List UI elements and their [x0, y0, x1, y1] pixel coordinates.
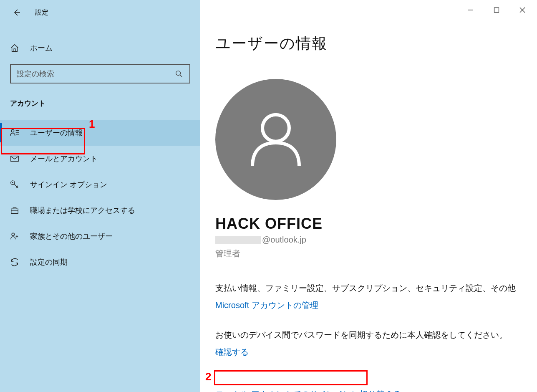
- user-role: 管理者: [215, 248, 537, 259]
- user-detail-icon: [10, 128, 20, 137]
- user-name: HACK OFFICE: [215, 215, 537, 233]
- back-arrow-icon: [13, 8, 21, 17]
- window-title: 設定: [35, 8, 48, 17]
- svg-point-6: [12, 233, 14, 235]
- svg-rect-5: [11, 209, 18, 213]
- home-icon: [10, 43, 20, 53]
- sync-icon: [10, 258, 20, 267]
- sidebar-item-sync[interactable]: 設定の同期: [0, 249, 200, 275]
- minimize-button[interactable]: [458, 2, 484, 18]
- email-redacted: [215, 236, 261, 244]
- svg-rect-7: [494, 8, 499, 13]
- back-button[interactable]: [8, 4, 25, 21]
- svg-point-1: [11, 129, 14, 132]
- email-suffix: @outlook.jp: [262, 235, 306, 245]
- sidebar-item-label: サインイン オプション: [30, 180, 107, 190]
- user-email: @outlook.jp: [215, 235, 537, 245]
- sidebar-item-user-info[interactable]: ユーザーの情報: [0, 120, 200, 146]
- close-icon: [519, 7, 525, 13]
- sidebar-item-email-accounts[interactable]: メールとアカウント: [0, 146, 200, 172]
- sidebar: 設定 ホーム アカウント ユーザーの情報 メールとアカウント: [0, 0, 200, 392]
- briefcase-icon: [10, 206, 20, 215]
- minimize-icon: [468, 7, 474, 13]
- page-title: ユーザーの情報: [215, 33, 537, 54]
- annotation-label-2: 2: [205, 370, 211, 383]
- sidebar-item-label: メールとアカウント: [30, 154, 98, 164]
- verify-info-text: お使いのデバイス間でパスワードを同期するために本人確認をしてください。: [215, 329, 537, 341]
- svg-rect-2: [11, 156, 18, 162]
- annotation-label-1: 1: [89, 118, 95, 131]
- home-label: ホーム: [30, 43, 53, 53]
- sidebar-item-label: ユーザーの情報: [30, 128, 83, 138]
- family-icon: [10, 232, 20, 241]
- avatar-person-icon: [242, 106, 309, 173]
- home-nav[interactable]: ホーム: [0, 38, 200, 58]
- svg-point-0: [176, 71, 181, 76]
- maximize-button[interactable]: [484, 2, 509, 18]
- avatar: [215, 79, 336, 200]
- sidebar-item-label: 職場または学校にアクセスする: [30, 205, 135, 215]
- section-header: アカウント: [0, 99, 200, 108]
- search-icon: [175, 70, 184, 78]
- titlebar: 設定: [0, 4, 200, 21]
- manage-account-link[interactable]: Microsoft アカウントの管理: [215, 300, 318, 311]
- mail-icon: [10, 154, 20, 163]
- content-area: ユーザーの情報 HACK OFFICE @outlook.jp 管理者 支払い情…: [200, 0, 537, 392]
- sidebar-item-work-school[interactable]: 職場または学校にアクセスする: [0, 197, 200, 223]
- local-account-link[interactable]: ローカル アカウントでのサインインに切り替える: [215, 389, 401, 392]
- maximize-icon: [494, 7, 499, 13]
- sidebar-item-signin-options[interactable]: サインイン オプション: [0, 172, 200, 197]
- account-info-text: 支払い情報、ファミリー設定、サブスクリプション、セキュリティ設定、その他: [215, 283, 537, 294]
- sidebar-item-label: 家族とその他のユーザー: [30, 231, 113, 241]
- close-button[interactable]: [509, 2, 535, 18]
- key-icon: [10, 180, 20, 189]
- search-box[interactable]: [10, 64, 190, 83]
- svg-point-8: [262, 115, 289, 142]
- window-controls: [458, 2, 535, 18]
- sidebar-item-label: 設定の同期: [30, 257, 68, 267]
- svg-point-4: [12, 182, 13, 183]
- nav-list: ユーザーの情報 メールとアカウント サインイン オプション 職場または学校にアク…: [0, 120, 200, 275]
- sidebar-item-family-users[interactable]: 家族とその他のユーザー: [0, 223, 200, 249]
- verify-link[interactable]: 確認する: [215, 346, 249, 358]
- search-input[interactable]: [17, 70, 175, 78]
